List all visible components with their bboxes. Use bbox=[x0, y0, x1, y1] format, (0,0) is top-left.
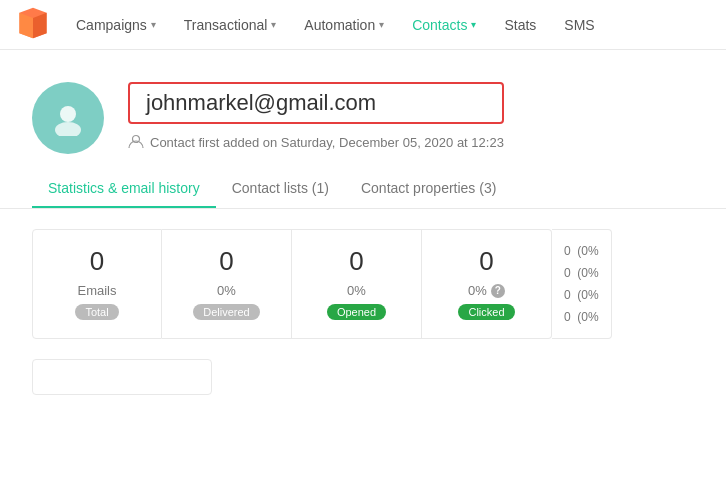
nav-automation[interactable]: Automation ▾ bbox=[294, 0, 394, 49]
tab-statistics[interactable]: Statistics & email history bbox=[32, 170, 216, 208]
chevron-down-icon: ▾ bbox=[271, 19, 276, 30]
tabs-bar: Statistics & email history Contact lists… bbox=[0, 170, 726, 209]
profile-info: johnmarkel@gmail.com Contact first added… bbox=[128, 82, 504, 150]
tab-contact-lists[interactable]: Contact lists (1) bbox=[216, 170, 345, 208]
avatar bbox=[32, 82, 104, 154]
stat-card-clicked: 0 0% ? Clicked bbox=[422, 229, 552, 339]
help-icon[interactable]: ? bbox=[491, 284, 505, 298]
stat-card-delivered: 0 0% Delivered bbox=[162, 229, 292, 339]
stat-card-emails: 0 Emails Total bbox=[32, 229, 162, 339]
stat-delivered-percent: 0% bbox=[217, 283, 236, 298]
logo[interactable] bbox=[16, 6, 58, 44]
stats-right-overflow: 0 (0% 0 (0% 0 (0% 0 (0% bbox=[552, 229, 612, 339]
nav-stats[interactable]: Stats bbox=[494, 0, 546, 49]
stat-emails-label: Emails bbox=[77, 283, 116, 298]
stat-emails-number: 0 bbox=[90, 246, 104, 277]
stat-badge-total: Total bbox=[75, 304, 118, 320]
nav-sms[interactable]: SMS bbox=[554, 0, 604, 49]
stats-overflow-row-4: 0 (0% bbox=[564, 310, 599, 324]
stat-clicked-percent: 0% bbox=[468, 283, 487, 298]
nav-transactional[interactable]: Transactional ▾ bbox=[174, 0, 287, 49]
cursor-area bbox=[0, 359, 726, 395]
stats-overflow-row-3: 0 (0% bbox=[564, 288, 599, 302]
chevron-down-icon: ▾ bbox=[379, 19, 384, 30]
stats-overflow-row-1: 0 (0% bbox=[564, 244, 599, 258]
email-display: johnmarkel@gmail.com bbox=[128, 82, 504, 124]
person-icon bbox=[128, 134, 144, 150]
stat-clicked-number: 0 bbox=[479, 246, 493, 277]
stat-badge-clicked: Clicked bbox=[458, 304, 514, 320]
stat-badge-opened: Opened bbox=[327, 304, 386, 320]
svg-point-4 bbox=[55, 122, 81, 136]
nav-campaigns[interactable]: Campaigns ▾ bbox=[66, 0, 166, 49]
contact-date: Contact first added on Saturday, Decembe… bbox=[128, 134, 504, 150]
navbar: Campaigns ▾ Transactional ▾ Automation ▾… bbox=[0, 0, 726, 50]
chevron-down-icon: ▾ bbox=[471, 19, 476, 30]
stat-card-opened: 0 0% Opened bbox=[292, 229, 422, 339]
stat-badge-delivered: Delivered bbox=[193, 304, 259, 320]
bottom-placeholder bbox=[32, 359, 212, 395]
nav-contacts[interactable]: Contacts ▾ bbox=[402, 0, 486, 49]
svg-point-3 bbox=[60, 106, 76, 122]
stat-opened-percent: 0% bbox=[347, 283, 366, 298]
stat-clicked-row: 0% ? bbox=[468, 283, 505, 298]
stats-overflow-row-2: 0 (0% bbox=[564, 266, 599, 280]
chevron-down-icon: ▾ bbox=[151, 19, 156, 30]
stats-section: 0 Emails Total 0 0% Delivered 0 0% Opene… bbox=[0, 209, 726, 359]
profile-section: johnmarkel@gmail.com Contact first added… bbox=[0, 50, 726, 170]
stat-delivered-number: 0 bbox=[219, 246, 233, 277]
stat-opened-number: 0 bbox=[349, 246, 363, 277]
tab-contact-properties[interactable]: Contact properties (3) bbox=[345, 170, 512, 208]
